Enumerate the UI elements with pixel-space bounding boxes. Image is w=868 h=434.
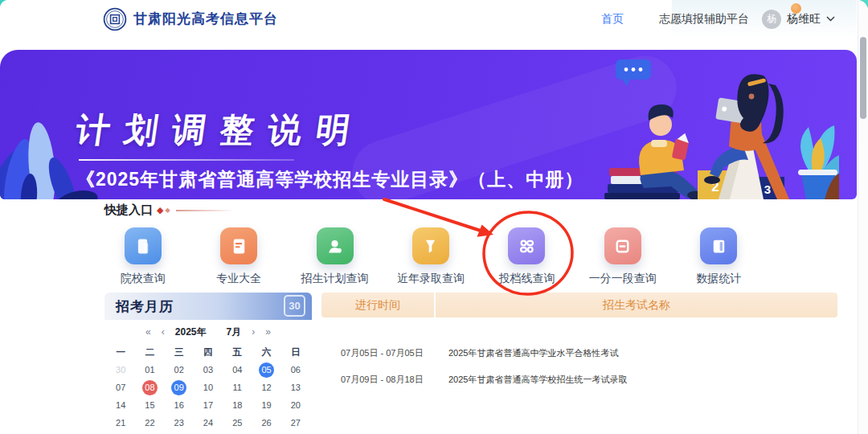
quick-entry-label: 一分一段查询 — [589, 272, 657, 286]
calendar-day[interactable]: 12 — [252, 379, 280, 396]
calendar-day[interactable]: 14 — [106, 396, 135, 414]
user-menu[interactable]: 杨 杨维旺 — [762, 0, 835, 38]
scrollbar-thumb[interactable] — [860, 37, 866, 119]
enrollment-plan-icon[interactable] — [317, 227, 354, 264]
banner-title: 计划调整说明 — [73, 108, 367, 153]
calendar-day[interactable]: 15 — [135, 396, 164, 414]
calendar-day[interactable]: 24 — [194, 414, 223, 432]
calendar-day[interactable]: 18 — [223, 396, 252, 414]
calendar-day[interactable]: 05 — [252, 361, 280, 379]
decoration-line — [176, 210, 234, 211]
calendar-day[interactable]: 01 — [135, 361, 164, 379]
statistics-icon[interactable] — [700, 227, 737, 264]
quick-entry-label: 投档线查询 — [498, 272, 555, 286]
calendar-month: 7月 — [227, 326, 242, 339]
calendar-day[interactable]: 02 — [165, 361, 194, 379]
calendar-weekday: 四 — [194, 344, 223, 361]
avatar[interactable]: 杨 — [762, 10, 781, 29]
quick-entry-row: 院校查询专业大全招生计划查询近年录取查询投档线查询一分一段查询数据统计 — [95, 227, 767, 286]
quick-entry-招生计划查询[interactable]: 招生计划查询 — [287, 227, 383, 286]
calendar-day[interactable]: 20 — [281, 396, 310, 414]
page-container: 甘肃阳光高考信息平台 首页志愿填报辅助平台 杨 杨维旺 计划调整说明 《2025… — [0, 0, 868, 434]
calendar-day[interactable]: 08 — [135, 379, 164, 396]
calendar-day[interactable]: 06 — [281, 361, 310, 379]
calendar-day[interactable]: 11 — [223, 379, 252, 396]
banner-title-underline — [79, 159, 294, 161]
calendar-grid: 一二三四五六日300102030405060708091011121314151… — [104, 344, 312, 434]
nav-link-assist[interactable]: 志愿填报辅助平台 — [659, 12, 749, 27]
header-nav: 首页志愿填报辅助平台 — [601, 0, 749, 38]
exam-calendar-card: 招考月历 30 « ‹ 2025年 7月 › » 一二三四五六日30010203… — [104, 293, 312, 434]
calendar-day[interactable]: 10 — [194, 379, 223, 396]
calendar-day[interactable]: 13 — [281, 379, 310, 396]
user-name[interactable]: 杨维旺 — [787, 12, 821, 27]
calendar-weekday: 五 — [223, 344, 252, 361]
prev-month-button[interactable]: ‹ — [162, 326, 165, 338]
quick-entry-label: 数据统计 — [696, 272, 741, 286]
quick-entry-title: 快捷入口 — [104, 203, 153, 218]
calendar-day[interactable]: 21 — [106, 414, 135, 432]
schedule-time: 07月09日 - 08月18日 — [321, 374, 442, 386]
schedule-row: 07月09日 - 08月18日2025年甘肃省普通高等学校招生统一考试录取 — [321, 366, 837, 393]
schedule-exam-name: 2025年甘肃省普通高中学业水平合格性考试 — [442, 347, 618, 359]
calendar-day[interactable]: 30 — [106, 361, 135, 379]
admission-history-icon[interactable] — [412, 227, 449, 264]
calendar-day[interactable]: 17 — [194, 396, 223, 414]
quick-entry-一分一段查询[interactable]: 一分一段查询 — [575, 227, 670, 286]
brand: 甘肃阳光高考信息平台 — [103, 0, 278, 38]
calendar-day[interactable]: 23 — [165, 414, 194, 432]
quick-entry-投档线查询[interactable]: 投档线查询 — [479, 227, 575, 286]
calendar-day[interactable]: 03 — [194, 361, 223, 379]
calendar-day[interactable]: 27 — [281, 414, 310, 432]
scrollbar-track[interactable] — [858, 0, 868, 434]
quick-entry-label: 近年录取查询 — [397, 272, 465, 286]
quick-entry-院校查询[interactable]: 院校查询 — [95, 227, 190, 286]
platform-logo-icon — [103, 7, 127, 31]
quick-entry-label: 招生计划查询 — [301, 272, 369, 286]
filing-line-icon[interactable] — [508, 227, 545, 264]
diamond-decoration-small-icon: ◆ — [165, 207, 170, 214]
schedule-header-row: 进行时间 招生考试名称 — [321, 293, 837, 317]
chevron-down-icon[interactable] — [826, 16, 835, 22]
next-month-button[interactable]: › — [252, 326, 255, 338]
nav-link-home[interactable]: 首页 — [601, 12, 624, 27]
schedule-row: 07月05日 - 07月05日2025年甘肃省普通高中学业水平合格性考试 — [321, 340, 837, 366]
prev-year-button[interactable]: « — [145, 326, 151, 338]
schedule-time: 07月05日 - 07月05日 — [321, 347, 442, 359]
diamond-decoration-icon: ◆ — [157, 206, 163, 215]
calendar-day[interactable]: 19 — [252, 396, 280, 414]
calendar-day[interactable]: 09 — [165, 379, 194, 396]
quick-entry-label: 院校查询 — [121, 272, 166, 286]
schedule-rows: 07月05日 - 07月05日2025年甘肃省普通高中学业水平合格性考试07月0… — [321, 317, 837, 393]
calendar-day[interactable]: 26 — [252, 414, 280, 432]
calendar-weekday: 一 — [106, 344, 135, 361]
exam-schedule-table: 进行时间 招生考试名称 07月05日 - 07月05日2025年甘肃省普通高中学… — [321, 293, 837, 393]
score-segment-icon[interactable] — [604, 227, 641, 264]
calendar-nav: « ‹ 2025年 7月 › » — [104, 320, 312, 344]
calendar-day[interactable]: 22 — [135, 414, 164, 432]
schedule-exam-name: 2025年甘肃省普通高等学校招生统一考试录取 — [442, 374, 627, 386]
calendar-weekday: 三 — [165, 344, 194, 361]
calendar-header: 招考月历 30 — [104, 293, 312, 320]
calendar-weekday: 日 — [281, 344, 310, 361]
svg-text:3: 3 — [764, 182, 771, 196]
schedule-header-name: 招生考试名称 — [436, 293, 837, 317]
calendar-day[interactable]: 25 — [223, 414, 252, 432]
annotation-arrow-line — [384, 199, 481, 231]
school-search-icon[interactable] — [125, 227, 162, 264]
calendar-day[interactable]: 07 — [106, 379, 135, 396]
schedule-header-time: 进行时间 — [321, 293, 436, 317]
quick-entry-近年录取查询[interactable]: 近年录取查询 — [383, 227, 478, 286]
calendar-year: 2025年 — [175, 326, 207, 339]
calendar-day[interactable]: 16 — [165, 396, 194, 414]
calendar-30-icon: 30 — [284, 295, 305, 317]
next-year-button[interactable]: » — [265, 326, 271, 338]
quick-entry-label: 专业大全 — [216, 272, 261, 286]
svg-text:2: 2 — [711, 179, 719, 194]
quick-entry-数据统计[interactable]: 数据统计 — [671, 227, 767, 286]
major-catalog-icon[interactable] — [220, 227, 257, 264]
quick-entry-专业大全[interactable]: 专业大全 — [190, 227, 286, 286]
banner-subtitle: 《2025年甘肃省普通高等学校招生专业目录》（上、中册） — [76, 167, 583, 192]
hero-banner[interactable]: 计划调整说明 《2025年甘肃省普通高等学校招生专业目录》（上、中册） 部分内容… — [0, 50, 857, 199]
calendar-day[interactable]: 04 — [223, 361, 252, 379]
